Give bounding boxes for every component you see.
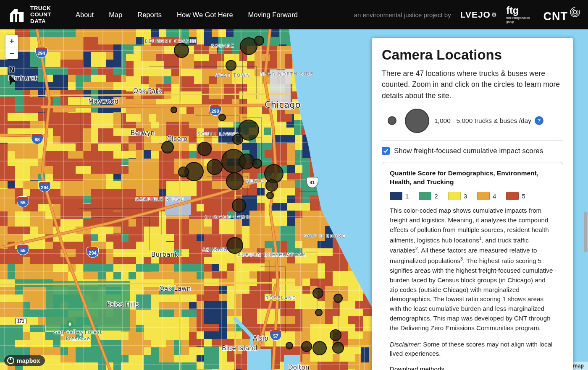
quantile-swatch [390, 192, 402, 200]
map-neighborhood-label: ASHBURN [202, 247, 230, 252]
camera-location-marker[interactable] [207, 159, 223, 175]
zoom-out-button[interactable]: − [5, 47, 18, 59]
camera-locations-panel: Camera Locations There are 47 locations … [372, 38, 573, 370]
checkbox-checked-icon[interactable] [382, 147, 390, 155]
quantile-2: 2 [419, 192, 438, 200]
score-card-description: This color-coded map shows cumulative im… [390, 206, 555, 333]
quantile-number: 1 [405, 193, 409, 200]
highway-shield-88: 88 [31, 133, 43, 144]
zoom-in-button[interactable]: + [5, 35, 18, 47]
camera-location-marker[interactable] [218, 114, 226, 121]
camera-location-marker[interactable] [286, 342, 293, 349]
camera-location-marker[interactable] [226, 60, 236, 71]
site-title: TRUCK COUNT DATA [30, 5, 51, 24]
map: ElmhurstOak ParkMaywoodBerwynCiceroChica… [0, 29, 588, 370]
quantile-number: 5 [522, 193, 525, 200]
score-card-heading: Quantile Score for Demographics, Environ… [390, 169, 555, 187]
panel-intro: There are 47 locations where trucks & bu… [382, 68, 563, 101]
camera-location-marker[interactable] [332, 342, 344, 354]
camera-location-marker[interactable] [312, 341, 327, 355]
highway-shield-294: 294 [87, 247, 99, 258]
camera-location-marker[interactable] [171, 107, 177, 113]
highway-shield-294: 294 [35, 47, 47, 58]
quantile-score-card: Quantile Score for Demographics, Environ… [382, 162, 563, 370]
map-neighborhood-label: CHATHAM [279, 252, 307, 257]
quantile-number: 2 [434, 193, 438, 200]
highway-shield-55: 55 [17, 244, 29, 255]
circle-legend-label: 1,000 - 5,000 trucks & buses /day [434, 117, 531, 125]
quantile-swatch [419, 192, 431, 200]
camera-location-marker[interactable] [197, 142, 212, 156]
help-button[interactable]: ? [535, 116, 543, 125]
camera-location-marker[interactable] [178, 167, 189, 177]
checkbox-label: Show freight-focused cumulative impact s… [394, 147, 543, 155]
highway-shield-171: 171 [15, 318, 26, 324]
map-neighborhood-label: GARFIELD RIDGE [135, 197, 184, 202]
lvejo-logo[interactable]: LVEJO⚙ [460, 10, 497, 20]
quantile-4: 4 [477, 192, 496, 200]
nav-moving-forward[interactable]: Moving Forward [248, 11, 298, 19]
camera-location-marker[interactable] [226, 172, 244, 190]
camera-location-marker[interactable] [315, 309, 323, 316]
camera-location-marker[interactable] [265, 179, 278, 192]
map-neighborhood-label: SOUTH SHORE [304, 234, 346, 239]
camera-location-marker[interactable] [226, 237, 243, 254]
camera-location-marker[interactable] [232, 198, 246, 213]
nav-about[interactable]: About [76, 11, 94, 19]
impact-scores-toggle[interactable]: Show freight-focused cumulative impact s… [382, 147, 563, 155]
forest-preserve-icon [66, 320, 74, 329]
quantile-swatch [448, 192, 461, 200]
camera-location-marker[interactable] [333, 294, 343, 303]
map-neighborhood-label: CHICAGO LAWN [205, 214, 250, 219]
map-city-label: Chicago [265, 100, 301, 110]
quantile-scale: 12345 [390, 192, 555, 200]
quantile-1: 1 [390, 192, 409, 200]
map-neighborhood-label: SQUARE [211, 43, 235, 48]
page-scrollbar-thumb[interactable] [584, 212, 587, 252]
compass-needle-icon [7, 74, 17, 86]
top-nav-bar: TRUCK COUNT DATA AboutMapReportsHow We G… [0, 0, 588, 29]
quantile-number: 4 [493, 193, 496, 200]
partner-logos: an environmental justice project by LVEJ… [354, 6, 580, 23]
nav-reports[interactable]: Reports [137, 11, 162, 19]
cnt-rings-icon [570, 7, 580, 18]
map-city-label: Sag Valley Forest Preserve [54, 329, 102, 341]
map-city-label: Berwyn [131, 129, 155, 137]
camera-location-marker[interactable] [252, 159, 262, 169]
camera-location-marker[interactable] [232, 134, 243, 145]
panel-title: Camera Locations [382, 47, 563, 63]
truck-count-logo-icon [8, 5, 26, 24]
circle-size-legend: 1,000 - 5,000 trucks & buses /day ? [382, 108, 563, 134]
mapbox-logo[interactable]: mapbox [4, 355, 45, 366]
tagline: an environmental justice project by [354, 11, 451, 18]
north-arrow: N [7, 65, 17, 86]
camera-location-marker[interactable] [266, 192, 274, 199]
cnt-logo[interactable]: CNT [543, 7, 581, 23]
map-city-label: Burbank [151, 251, 178, 258]
camera-location-marker[interactable] [301, 341, 312, 352]
main-nav: AboutMapReportsHow We Got HereMoving For… [76, 11, 298, 19]
quantile-number: 3 [464, 193, 467, 200]
nav-map[interactable]: Map [109, 11, 122, 19]
camera-location-marker[interactable] [254, 36, 264, 46]
camera-location-marker[interactable] [312, 288, 323, 299]
download-methods-link[interactable]: Download methods [390, 365, 444, 370]
highway-shield-294: 294 [39, 181, 51, 192]
zoom-control: + − [5, 35, 18, 59]
highway-shield-57: 57 [270, 330, 282, 341]
site-logo[interactable]: TRUCK COUNT DATA [8, 5, 51, 24]
map-city-label: Dolton [288, 364, 310, 370]
camera-location-marker[interactable] [161, 141, 174, 154]
camera-location-marker[interactable] [174, 43, 189, 58]
small-count-circle [388, 116, 396, 125]
map-city-label: Palos Hills [107, 301, 139, 308]
quantile-swatch [477, 192, 490, 200]
map-neighborhood-label: ROSELAND [265, 295, 297, 300]
ftg-logo[interactable]: ftg fish transportation group [507, 6, 534, 23]
camera-location-marker[interactable] [330, 329, 341, 341]
map-city-label: Alsip [253, 335, 268, 342]
disclaimer: Disclaimer: Some of these scores may not… [390, 340, 555, 359]
map-neighborhood-label: NEAR NORTH SIDE [260, 71, 314, 76]
nav-how-we-got-here[interactable]: How We Got Here [177, 11, 233, 19]
map-neighborhood-label: WEST TOWN [215, 73, 250, 78]
